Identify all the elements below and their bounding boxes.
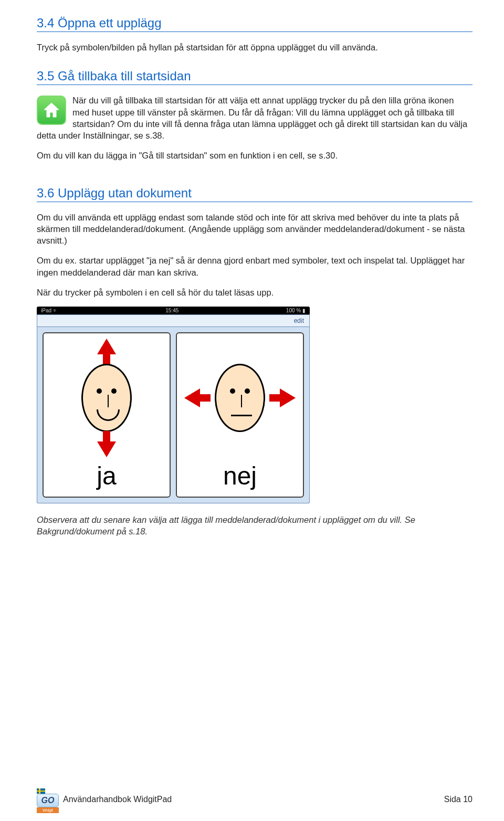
heading-3-5: 3.5 Gå tillbaka till startsidan	[37, 69, 472, 85]
footer-page: Sida 10	[444, 795, 472, 804]
para-3-6-1: Om du vill använda ett upplägg endast so…	[37, 212, 472, 247]
house-icon	[42, 101, 61, 120]
section-3-4: 3.4 Öppna ett upplägg Tryck på symbolen/…	[37, 16, 472, 53]
arrow-up-icon	[97, 339, 116, 354]
face-flat-icon	[215, 364, 265, 432]
status-battery: 100 % ▮	[286, 308, 306, 313]
go-icon: GO	[37, 794, 59, 807]
home-icon	[37, 96, 66, 125]
page-footer: GO Widgit Användarhandbok WidgitPad Sida…	[37, 788, 472, 811]
ipad-titlebar: edit	[37, 314, 310, 327]
para-3-5-2: Om du vill kan du lägga in "Gå till star…	[37, 150, 472, 161]
footer-title: Användarhandbok WidgitPad	[63, 795, 172, 804]
para-3-4-1: Tryck på symbolen/bilden på hyllan på st…	[37, 41, 472, 53]
arrow-right-icon	[280, 388, 296, 407]
home-icon-wrap	[37, 96, 66, 125]
para-3-6-3: När du trycker på symbolen i en cell så …	[37, 287, 472, 298]
footer-left: GO Widgit Användarhandbok WidgitPad	[37, 788, 172, 811]
note-text: Observera att du senare kan välja att lä…	[37, 514, 472, 538]
footer-logo: GO Widgit	[37, 788, 59, 811]
arrow-left-icon	[184, 388, 200, 407]
status-time: 15:45	[165, 308, 178, 313]
widgit-tag: Widgit	[37, 807, 59, 813]
ipad-screenshot: iPad ᯤ 15:45 100 % ▮ edit	[37, 307, 310, 503]
status-left: iPad ᯤ	[41, 308, 58, 313]
section-3-6: 3.6 Upplägg utan dokument Om du vill anv…	[37, 186, 472, 538]
edit-label: edit	[294, 317, 304, 324]
ipad-statusbar: iPad ᯤ 15:45 100 % ▮	[37, 307, 310, 314]
svg-marker-0	[44, 103, 59, 117]
face-smile-icon	[81, 364, 132, 432]
heading-3-6: 3.6 Upplägg utan dokument	[37, 186, 472, 202]
card-ja-image	[47, 338, 166, 458]
card-nej-image	[180, 338, 300, 458]
arrow-down-icon	[97, 441, 116, 457]
flag-icon	[37, 788, 45, 794]
ipad-body: ja nej	[37, 327, 310, 503]
card-nej: nej	[176, 332, 304, 498]
para-3-6-2: Om du ex. startar upplägget "ja nej" så …	[37, 255, 472, 278]
card-ja-label: ja	[47, 461, 166, 490]
section-3-5: 3.5 Gå tillbaka till startsidan När du v…	[37, 69, 472, 170]
card-nej-label: nej	[180, 461, 300, 490]
card-ja: ja	[43, 332, 171, 498]
para-3-5-1: När du vill gå tillbaka till startsidan …	[37, 94, 472, 141]
heading-3-4: 3.4 Öppna ett upplägg	[37, 16, 472, 32]
